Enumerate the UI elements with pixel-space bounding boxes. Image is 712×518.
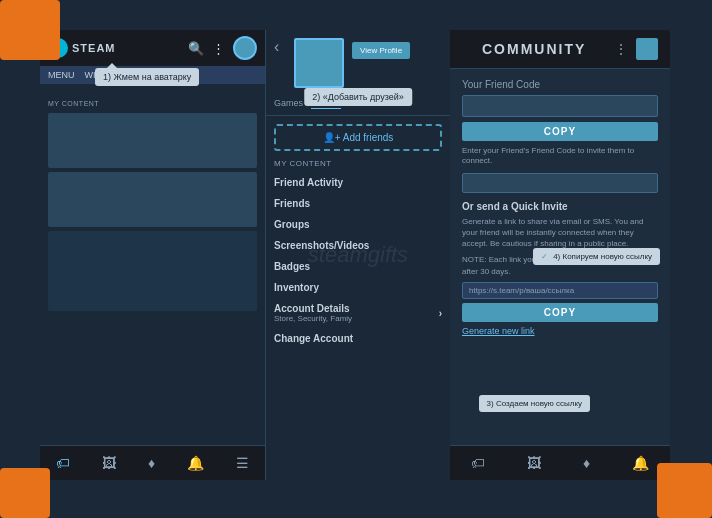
community-content: Your Friend Code COPY Enter your Friend'… [450,69,670,346]
community-avatar[interactable] [636,38,658,60]
chevron-right-icon: › [439,308,442,319]
community-panel: COMMUNITY ⋮ Your Friend Code COPY Enter … [450,30,670,480]
invite-link-url: https://s.team/p/ваша/ссылка [462,282,658,299]
friend-code-label: Your Friend Code [462,79,658,90]
view-profile-button[interactable]: View Profile [352,42,410,59]
community-header: COMMUNITY ⋮ [450,30,670,69]
left-content: MY CONTENT [40,84,265,319]
bottom-nav-bell-icon[interactable]: 🔔 [187,455,204,471]
community-bottom-nav-diamond[interactable]: ♦ [583,455,590,471]
community-menu-icon[interactable]: ⋮ [614,41,628,57]
tooltip-generate-link: 3) Создаем новую ссылку [479,395,590,412]
add-friends-icon: 👤+ [323,132,341,143]
steam-logo-text: STEAM [72,42,116,54]
quick-invite-label: Or send a Quick Invite [462,201,658,212]
user-avatar[interactable] [233,36,257,60]
profile-avatar-large [294,38,344,88]
bottom-nav-menu-icon[interactable]: ☰ [236,455,249,471]
community-title: COMMUNITY [482,41,586,57]
add-friends-button[interactable]: 👤+ Add friends [274,124,442,151]
tooltip-copy-link: 4) Копируем новую ссылку [533,248,660,265]
generate-new-link-button[interactable]: Generate new link [462,326,658,336]
quick-invite-description: Generate a link to share via email or SM… [462,216,658,250]
community-bottom-nav: 🏷 🖼 ♦ 🔔 [450,445,670,480]
profile-top: View Profile [266,30,450,92]
gift-decoration-br [657,463,712,518]
enter-friend-code-input[interactable] [462,173,658,193]
featured-label: MY CONTENT [48,100,257,107]
search-icon[interactable]: 🔍 [188,41,204,56]
main-window: STEAM 🔍 ⋮ 1) Жмем на аватарку MENU WISHL… [40,30,670,480]
community-bottom-nav-image[interactable]: 🖼 [527,455,541,471]
more-options-icon[interactable]: ⋮ [212,41,225,56]
tooltip-click-avatar: 1) Жмем на аватарку [95,68,199,86]
featured-card-wide [48,231,257,311]
steam-bottom-nav: 🏷 🖼 ♦ 🔔 ☰ [40,445,265,480]
my-content-label: MY CONTENT [266,159,450,172]
tooltip-add-friends: 2) «Добавить друзей» [304,88,412,106]
bottom-nav-image-icon[interactable]: 🖼 [102,455,116,471]
bottom-nav-diamond-icon[interactable]: ♦ [148,455,155,471]
featured-card-2 [48,172,257,227]
back-arrow-icon[interactable]: ‹ [274,38,279,56]
profile-tab-games[interactable]: Games [274,98,303,109]
menu-item-friend-activity[interactable]: Friend Activity [266,172,450,193]
menu-item-change-account[interactable]: Change Account [266,328,450,349]
invite-instructions-text: Enter your Friend's Friend Code to invit… [462,146,658,167]
gift-decoration-bl [0,468,50,518]
menu-item-groups[interactable]: Groups [266,214,450,235]
featured-card-1 [48,113,257,168]
copy-invite-link-button[interactable]: COPY [462,303,658,322]
gift-decoration-tl [0,0,60,60]
menu-item-inventory[interactable]: Inventory [266,277,450,298]
copy-friend-code-button[interactable]: COPY [462,122,658,141]
friend-code-input[interactable] [462,95,658,117]
menu-item-badges[interactable]: Badges [266,256,450,277]
profile-popup-panel: ‹ View Profile 2) «Добавить друзей» Game… [265,30,450,480]
featured-cards [48,113,257,311]
bottom-nav-tag-icon[interactable]: 🏷 [56,455,70,471]
steam-header: STEAM 🔍 ⋮ [40,30,265,66]
menu-item-friends[interactable]: Friends [266,193,450,214]
menu-item-account[interactable]: Account Details Store, Security, Famiy › [266,298,450,328]
menu-item-screenshots[interactable]: Screenshots/Videos [266,235,450,256]
nav-menu[interactable]: MENU [48,70,75,80]
steam-client-panel: STEAM 🔍 ⋮ 1) Жмем на аватарку MENU WISHL… [40,30,265,480]
community-bottom-nav-bell[interactable]: 🔔 [632,455,649,471]
community-bottom-nav-tag[interactable]: 🏷 [471,455,485,471]
